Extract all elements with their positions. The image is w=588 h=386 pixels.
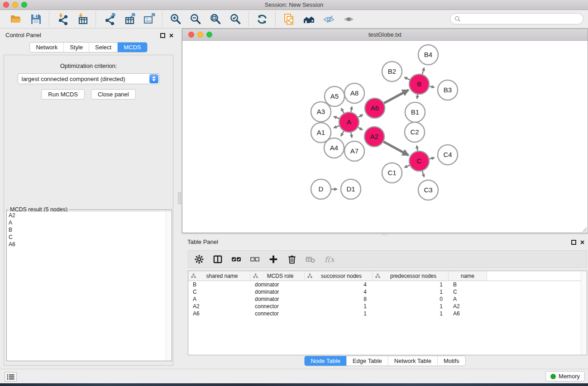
tab-select[interactable]: Select xyxy=(89,43,117,52)
graph-node-B[interactable]: B xyxy=(409,74,429,94)
close-table-panel-icon[interactable]: × xyxy=(580,240,584,245)
unselect-all-columns-button[interactable] xyxy=(249,254,260,265)
function-builder-button[interactable]: f(x) xyxy=(324,254,335,265)
vertical-splitter-handle[interactable] xyxy=(178,192,181,204)
table-cell[interactable]: 1 xyxy=(373,288,449,295)
table-cell[interactable]: B xyxy=(449,281,487,288)
table-row[interactable]: Bdominator41B xyxy=(188,281,587,288)
mcds-result-item[interactable]: B xyxy=(7,226,172,234)
network-from-selection-button[interactable] xyxy=(281,12,296,26)
graph-edge-A-A7[interactable] xyxy=(351,133,352,138)
export-image-button[interactable] xyxy=(141,12,157,26)
float-table-panel-icon[interactable] xyxy=(571,240,576,245)
close-panel-button[interactable]: Close panel xyxy=(91,89,136,100)
graph-node-B3[interactable]: B3 xyxy=(438,80,458,100)
import-network-button[interactable] xyxy=(55,12,70,26)
memory-button[interactable]: Memory xyxy=(545,371,585,381)
table-cell[interactable]: C xyxy=(188,288,250,295)
column-header-successor-nodes[interactable]: successor nodes xyxy=(305,271,373,281)
tab-mcds[interactable]: MCDS xyxy=(117,43,147,52)
network-canvas[interactable]: B4B2BB3A8A5A6B1A3AA1C2A2A4A7C4CC1C3DD1 xyxy=(182,41,588,233)
table-tab-node-table[interactable]: Node Table xyxy=(305,356,346,366)
graph-node-C1[interactable]: C1 xyxy=(382,163,402,183)
export-table-button[interactable] xyxy=(121,12,137,26)
tab-style[interactable]: Style xyxy=(63,43,89,52)
graph-edge-B-B4[interactable] xyxy=(422,68,424,74)
tab-network[interactable]: Network xyxy=(30,43,63,52)
table-cell[interactable]: A xyxy=(188,295,250,303)
graph-edge-C-C4[interactable] xyxy=(429,158,434,159)
table-cell[interactable]: 0 xyxy=(373,295,449,303)
graph-node-C4[interactable]: C4 xyxy=(438,145,458,165)
table-cell[interactable]: dominator xyxy=(250,281,305,288)
graph-node-A8[interactable]: A8 xyxy=(344,83,364,103)
table-cell[interactable]: 1 xyxy=(373,303,449,310)
column-header-MCDS-role[interactable]: MCDS role xyxy=(250,271,305,281)
graph-edge-B-B1[interactable] xyxy=(417,95,417,99)
table-cell[interactable]: B xyxy=(188,281,250,288)
home-button[interactable] xyxy=(301,12,316,26)
graph-node-A2[interactable]: A2 xyxy=(364,127,384,147)
table-cell[interactable]: 1 xyxy=(373,310,449,317)
table-cell[interactable]: 1 xyxy=(305,310,373,317)
graph-node-C3[interactable]: C3 xyxy=(418,180,438,200)
graph-edge-A-A6[interactable] xyxy=(358,114,363,117)
export-network-button[interactable] xyxy=(101,12,117,26)
zoom-fit-button[interactable] xyxy=(208,12,223,26)
graph-node-A7[interactable]: A7 xyxy=(344,141,364,161)
graph-node-B4[interactable]: B4 xyxy=(418,45,438,65)
graph-edge-A-A1[interactable] xyxy=(334,126,339,128)
graph-node-B2[interactable]: B2 xyxy=(382,62,402,81)
graph-edge-A-A3[interactable] xyxy=(334,116,339,119)
table-cell[interactable]: A2 xyxy=(449,303,487,310)
graph-node-D[interactable]: D xyxy=(311,179,331,199)
graph-node-A5[interactable]: A5 xyxy=(325,86,344,106)
graph-edge-C-C1[interactable] xyxy=(405,165,410,167)
table-cell[interactable]: 1 xyxy=(373,281,449,288)
table-cell[interactable]: A6 xyxy=(449,310,487,317)
save-session-button[interactable] xyxy=(28,12,43,26)
table-row[interactable]: A6connector11A6 xyxy=(188,310,587,317)
mcds-result-item[interactable]: C xyxy=(7,234,172,241)
graph-edge-A2-C[interactable] xyxy=(383,142,408,155)
table-cell[interactable]: 4 xyxy=(305,288,373,295)
graph-node-A3[interactable]: A3 xyxy=(311,102,331,122)
graph-edge-A-A4[interactable] xyxy=(341,131,344,136)
mcds-result-item[interactable]: A6 xyxy=(7,241,172,248)
result-scrollbar[interactable] xyxy=(166,212,172,361)
graph-edge-C-C2[interactable] xyxy=(417,146,418,151)
run-mcds-button[interactable]: Run MCDS xyxy=(41,89,85,100)
graph-edge-A-A8[interactable] xyxy=(351,106,352,112)
table-row[interactable]: A2connector11A2 xyxy=(188,303,587,310)
select-all-columns-button[interactable] xyxy=(231,254,242,265)
show-all-button[interactable] xyxy=(341,12,356,26)
table-tab-motifs[interactable]: Motifs xyxy=(437,356,465,366)
graph-edge-B-B2[interactable] xyxy=(404,77,410,80)
table-cell[interactable]: dominator xyxy=(250,295,305,303)
mcds-result-item[interactable]: A2 xyxy=(7,212,172,219)
zoom-out-button[interactable] xyxy=(188,12,203,26)
delete-column-button[interactable] xyxy=(287,254,297,265)
settings-button[interactable] xyxy=(194,254,205,265)
graph-node-B1[interactable]: B1 xyxy=(405,102,425,122)
graph-node-C[interactable]: C xyxy=(409,151,429,171)
table-cell[interactable]: A xyxy=(449,295,487,303)
table-tab-edge-table[interactable]: Edge Table xyxy=(346,356,388,366)
table-cell[interactable]: 4 xyxy=(305,281,373,288)
split-view-button[interactable] xyxy=(212,254,223,265)
table-tab-network-table[interactable]: Network Table xyxy=(388,356,437,366)
resize-grip-icon[interactable] xyxy=(581,226,587,232)
graph-edge-B-B3[interactable] xyxy=(430,86,435,87)
mcds-result-item[interactable]: A xyxy=(7,219,172,226)
criterion-select[interactable]: largest connected component (directed) xyxy=(18,73,160,84)
float-panel-icon[interactable] xyxy=(160,33,165,38)
table-cell[interactable]: connector xyxy=(250,303,305,310)
graph-node-A[interactable]: A xyxy=(339,112,359,132)
column-header-shared-name[interactable]: shared name xyxy=(188,271,250,281)
zoom-selected-button[interactable] xyxy=(228,12,243,26)
hide-selected-button[interactable] xyxy=(321,12,336,26)
zoom-in-button[interactable] xyxy=(168,12,183,26)
table-cell[interactable]: 1 xyxy=(305,303,373,310)
search-box[interactable] xyxy=(450,13,583,24)
table-cell[interactable]: A6 xyxy=(188,310,250,317)
